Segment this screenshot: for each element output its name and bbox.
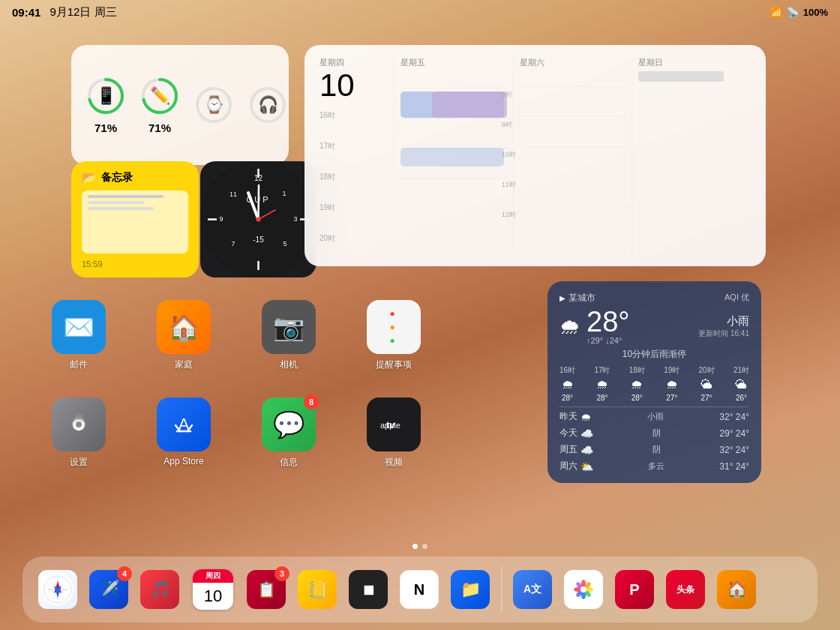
weather-high: ↑29° <box>586 336 603 345</box>
dock-stickies[interactable]: 📒 <box>294 566 340 613</box>
day-sat: 周六 ⛅ 多云 31° 24° <box>560 460 749 472</box>
app-settings[interactable]: 设置 <box>45 398 112 469</box>
weather-low: ↓24° <box>605 336 622 345</box>
cal-sun-event <box>638 71 723 82</box>
notes-time: 15:59 <box>82 260 188 268</box>
weather-city-name: 某城市 <box>568 292 596 304</box>
weather-top: ▶ 某城市 AQI 优 <box>560 292 749 304</box>
weather-condition: 小雨 <box>698 314 749 328</box>
app-messages-label: 信息 <box>280 456 298 469</box>
hour-16: 16时 🌧 28° <box>560 365 575 402</box>
wifi-icon: 📡 <box>787 7 799 18</box>
svg-text:5: 5 <box>283 240 286 248</box>
weather-temp: 28° <box>586 308 629 336</box>
dock-app1[interactable]: ◼ <box>345 566 392 613</box>
day-fri: 周五 ☁️ 阴 32° 24° <box>560 443 749 456</box>
notes-widget[interactable]: 📂 备忘录 15:59 <box>71 161 199 278</box>
weather-cloud-icon: 🌧 <box>560 314 580 339</box>
battery-ring-headphone: 🎧 <box>248 86 287 124</box>
svg-text:3: 3 <box>293 215 297 223</box>
phone-icon: 📱 <box>96 86 116 106</box>
hour-19: 19时 🌧 27° <box>664 365 680 402</box>
cal-sat-header: 星期六 <box>520 57 626 68</box>
home-grid-row1: ✉️ 邮件 🏠 家庭 📷 相机 ● ● ● 提醒事项 <box>45 300 428 371</box>
dock-calendar[interactable]: 周四 10 <box>188 566 238 613</box>
notes-header: 📂 备忘录 <box>82 170 188 184</box>
dock-translate[interactable]: A文 <box>509 566 556 613</box>
home-grid-row2: 设置 A App Store 💬 8 信息 tv apple 视频 <box>45 398 428 469</box>
camera-icon: 📷 <box>262 300 316 354</box>
battery-status: 100% <box>803 7 828 18</box>
cal-fri-event2 <box>432 92 507 118</box>
battery-item-phone: 📱 71% <box>86 76 125 134</box>
status-icons: 📶 📡 100% <box>770 7 828 18</box>
weather-widget[interactable]: ▶ 某城市 AQI 优 🌧 28° ↑29° ↓24° 小雨 更新时间 16:4… <box>548 281 761 483</box>
tv-icon: tv apple <box>367 398 421 452</box>
svg-text:1: 1 <box>282 190 286 197</box>
dock-home-app[interactable]: 🏠 <box>713 566 760 613</box>
battery-item-pencil: ✏️ 71% <box>140 76 179 134</box>
app-camera-label: 相机 <box>280 358 298 371</box>
cal-time-16: 16时 <box>320 110 386 121</box>
page-dot-2[interactable] <box>422 544 428 549</box>
hour-18: 18时 🌧 28° <box>629 365 645 402</box>
app-appstore[interactable]: A App Store <box>150 398 218 469</box>
day-yesterday: 昨天 🌧 小雨 32° 24° <box>560 410 749 423</box>
app-appstore-label: App Store <box>164 456 203 466</box>
dock-music[interactable]: 🎵 <box>136 566 183 613</box>
page-dot-1[interactable] <box>412 544 418 549</box>
app-settings-label: 设置 <box>70 456 88 469</box>
weather-hourly: 16时 🌧 28° 17时 🌧 28° 18时 🌧 28° 19时 🌧 27° … <box>560 365 749 402</box>
dock-papp[interactable]: P <box>611 566 658 613</box>
settings-icon <box>52 398 106 452</box>
appstore-icon: A <box>157 398 211 452</box>
status-date: 9月12日 周三 <box>50 5 116 20</box>
dock-notion[interactable]: N <box>396 566 442 613</box>
dock-omnifocus[interactable]: 📋 3 <box>243 566 290 613</box>
dock-spark[interactable]: ✈️ 4 <box>86 566 132 613</box>
app-mail[interactable]: ✉️ 邮件 <box>45 300 112 371</box>
pencil-icon: ✏️ <box>150 86 170 106</box>
dock-toutiao[interactable]: 头条 <box>662 566 709 613</box>
weather-rain-notice: 10分钟后雨渐停 <box>560 348 749 361</box>
messages-icon: 💬 8 <box>262 398 316 452</box>
dock-safari[interactable] <box>34 566 81 613</box>
hour-21: 21时 🌥 26° <box>734 365 749 402</box>
notes-folder-icon: 📂 <box>82 170 97 184</box>
reminders-icon: ● ● ● <box>367 300 421 354</box>
cal-fri-event3 <box>400 148 504 166</box>
app-messages[interactable]: 💬 8 信息 <box>255 398 322 469</box>
notes-content <box>82 190 188 254</box>
cal-fri-spacer <box>400 70 507 82</box>
battery-ring-pencil: ✏️ <box>140 76 179 116</box>
battery-ring-phone: 📱 <box>86 76 125 116</box>
app-tv[interactable]: tv apple 视频 <box>360 398 428 469</box>
svg-text:-15: -15 <box>253 236 264 244</box>
battery-widget: 📱 71% ✏️ 71% ⌚ 🎧 <box>71 45 289 165</box>
status-time: 09:41 <box>12 6 40 19</box>
spark-badge: 4 <box>117 566 132 581</box>
weather-divider <box>560 406 749 407</box>
calendar-widget[interactable]: 星期四 10 16时 17时 18时 19时 20时 星期五 8时 9时 10时 <box>304 45 766 266</box>
weather-updated: 更新时间 16:41 <box>698 328 749 339</box>
battery-item-headphone: 🎧 <box>248 86 287 124</box>
svg-line-21 <box>259 185 260 220</box>
app-tv-label: 视频 <box>385 456 403 469</box>
home-icon: 🏠 <box>157 300 211 354</box>
dock-photos[interactable] <box>560 566 607 613</box>
svg-text:7: 7 <box>231 240 235 248</box>
app-reminders-label: 提醒事项 <box>376 358 412 371</box>
battery-ring-watch: ⌚ <box>194 86 233 124</box>
app-home[interactable]: 🏠 家庭 <box>150 300 218 371</box>
svg-text:12: 12 <box>254 174 263 182</box>
app-reminders[interactable]: ● ● ● 提醒事项 <box>360 300 428 371</box>
dock-files[interactable]: 📁 <box>447 566 494 613</box>
cal-time-20: 20时 <box>320 233 386 244</box>
cal-time-17: 17时 <box>320 141 386 152</box>
svg-point-50 <box>580 586 586 592</box>
mail-icon: ✉️ <box>52 300 106 354</box>
clock-widget[interactable]: CUP -15 12 1 3 5 7 9 11 <box>200 161 316 278</box>
notes-title: 备忘录 <box>101 171 133 184</box>
app-camera[interactable]: 📷 相机 <box>255 300 322 371</box>
hour-17: 17时 🌧 28° <box>594 365 610 402</box>
